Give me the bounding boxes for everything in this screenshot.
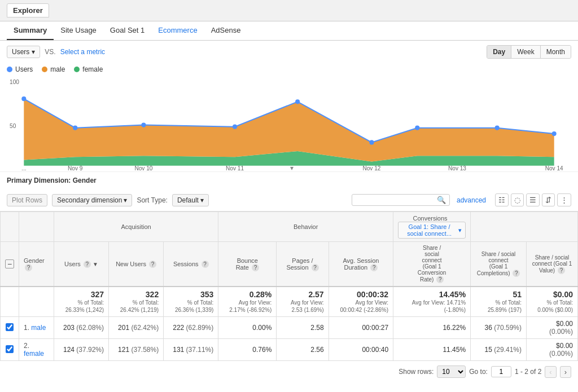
tab-ecommerce[interactable]: Ecommerce bbox=[151, 21, 204, 40]
legend-dot-male bbox=[42, 67, 47, 72]
x-label-1: Nov 9 bbox=[68, 165, 83, 171]
th-conv-rate: Share /socialconnect(Goal 1ConversionRat… bbox=[393, 242, 471, 287]
avg-session-help-icon[interactable]: ? bbox=[370, 264, 378, 271]
total-avg: 00:00:32 Avg for View: 00:00:42 (-22.86%… bbox=[329, 287, 393, 317]
tab-site-usage[interactable]: Site Usage bbox=[54, 21, 103, 40]
goal-value-help-icon[interactable]: ? bbox=[558, 267, 565, 274]
total-pages: 2.57 Avg for View: 2.53 (1.69%) bbox=[277, 287, 329, 317]
row1-avg-val: 00:00:27 bbox=[362, 324, 388, 332]
row2-users-val: 124 bbox=[63, 346, 75, 354]
grid-view-icon[interactable]: ☷ bbox=[495, 193, 509, 206]
total-avg-sub: Avg for View: 00:00:42 (-22.86%) bbox=[334, 299, 388, 314]
row2-conv: 11.45% bbox=[393, 339, 471, 361]
users-help-icon[interactable]: ? bbox=[84, 261, 91, 268]
row1-conv-val: 16.22% bbox=[443, 324, 466, 332]
total-sessions: 353 % of Total: 26.36% (1,339) bbox=[164, 287, 218, 317]
th-check bbox=[1, 212, 19, 242]
row1-label: 1. male bbox=[19, 317, 54, 339]
row2-avg-val: 00:00:40 bbox=[362, 346, 388, 354]
x-label-6: Nov 14 bbox=[545, 165, 563, 171]
total-goal-value-val: $0.00 bbox=[531, 290, 573, 299]
search-input[interactable] bbox=[356, 196, 435, 204]
list-view-icon[interactable]: ☰ bbox=[526, 193, 540, 206]
time-btn-day[interactable]: Day bbox=[487, 46, 511, 58]
secondary-dimension-dropdown[interactable]: Secondary dimension ▾ bbox=[52, 194, 132, 206]
row2-bounce-val: 0.76% bbox=[252, 346, 272, 354]
y-label-100: 100 bbox=[10, 79, 19, 85]
bounce-rate-help-icon[interactable]: ? bbox=[252, 264, 259, 271]
row1-bounce: 0.00% bbox=[218, 317, 277, 339]
plot-rows-button[interactable]: Plot Rows bbox=[7, 194, 47, 206]
legend-dot-female bbox=[74, 67, 80, 72]
primary-dimension-label: Primary Dimension: bbox=[7, 177, 71, 184]
advanced-link[interactable]: advanced bbox=[457, 196, 486, 204]
gender-help-icon[interactable]: ? bbox=[25, 264, 32, 271]
new-users-help-icon[interactable]: ? bbox=[149, 261, 156, 268]
next-page-button[interactable]: › bbox=[560, 366, 571, 378]
chart-controls: Users ▾ VS. Select a metric Day Week Mon… bbox=[0, 41, 578, 63]
th-gender: Gender ? bbox=[19, 242, 54, 287]
row2-new-users-pct: (37.58%) bbox=[131, 346, 159, 354]
users-sort-arrow[interactable]: ▼ bbox=[93, 261, 98, 267]
time-btn-month[interactable]: Month bbox=[541, 46, 571, 58]
select-metric-link[interactable]: Select a metric bbox=[60, 48, 105, 56]
total-users: 327 % of Total: 26.33% (1,242) bbox=[54, 287, 108, 317]
compare-view-icon[interactable]: ⇵ bbox=[542, 193, 555, 206]
page-info: 1 - 2 of 2 bbox=[515, 368, 541, 376]
table-controls: Plot Rows Secondary dimension ▾ Sort Typ… bbox=[0, 189, 578, 212]
row1-check-cell bbox=[1, 317, 19, 339]
tab-summary[interactable]: Summary bbox=[7, 21, 54, 40]
total-new-users-val: 322 bbox=[113, 290, 159, 299]
row1-users: 203 (62.08%) bbox=[54, 317, 108, 339]
row1-new-users: 201 (62.42%) bbox=[109, 317, 164, 339]
col-headers-row: − Gender ? Users ? ▼ New Users ? Session… bbox=[1, 242, 578, 287]
row2-users: 124 (37.92%) bbox=[54, 339, 108, 361]
row1-pages: 2.58 bbox=[277, 317, 329, 339]
row2-goal-value-val: $0.00 bbox=[556, 342, 573, 350]
vs-label: VS. bbox=[45, 48, 55, 56]
table-row: 1. male 203 (62.08%) 201 (62.42%) 222 (6… bbox=[1, 317, 578, 339]
rows-per-page-select[interactable]: 10 25 50 100 bbox=[437, 365, 466, 378]
globe-view-icon[interactable]: ◌ bbox=[511, 193, 524, 206]
sort-type-dropdown[interactable]: Default ▾ bbox=[172, 194, 209, 206]
pivot-view-icon[interactable]: ⋮ bbox=[557, 193, 571, 206]
total-users-val: 327 bbox=[59, 290, 104, 299]
row1-completions: 36 (70.59%) bbox=[471, 317, 527, 339]
total-sessions-val: 353 bbox=[168, 290, 213, 299]
tab-goal-set-1[interactable]: Goal Set 1 bbox=[103, 21, 151, 40]
row1-gender-link[interactable]: male bbox=[31, 324, 46, 332]
total-new-users-sub: % of Total: 26.42% (1,219) bbox=[113, 299, 159, 314]
row2-gender-link[interactable]: female bbox=[24, 350, 44, 358]
th-new-users: New Users ? bbox=[109, 242, 164, 287]
conv-rate-help-icon[interactable]: ? bbox=[436, 276, 444, 283]
y-label-50: 50 bbox=[10, 123, 16, 129]
time-period-buttons: Day Week Month bbox=[487, 45, 571, 59]
total-goal-value: $0.00 % of Total: 0.00% ($0.00) bbox=[526, 287, 577, 317]
row1-avg: 00:00:27 bbox=[329, 317, 393, 339]
row1-conv: 16.22% bbox=[393, 317, 471, 339]
completions-help-icon[interactable]: ? bbox=[513, 270, 520, 277]
pages-session-help-icon[interactable]: ? bbox=[312, 264, 319, 271]
th-goal-value-label: Share / socialconnect (Goal 1Value) bbox=[532, 254, 572, 274]
metric-dropdown[interactable]: Users ▾ bbox=[7, 46, 40, 58]
th-bounce-rate: BounceRate ? bbox=[218, 242, 277, 287]
datapoint-1 bbox=[73, 126, 77, 130]
datapoint-3 bbox=[233, 125, 237, 129]
row1-checkbox[interactable] bbox=[6, 323, 14, 331]
th-pages-session: Pages /Session ? bbox=[277, 242, 329, 287]
prev-page-button[interactable]: ‹ bbox=[545, 366, 556, 378]
goal-dropdown[interactable]: Goal 1: Share / social connect... ▾ bbox=[398, 222, 466, 239]
row2-completions-val: 15 bbox=[485, 346, 492, 354]
legend-users: Users bbox=[7, 65, 33, 73]
minus-toggle[interactable]: − bbox=[5, 259, 14, 268]
time-btn-week[interactable]: Week bbox=[511, 46, 540, 58]
total-completions-sub: % of Total: 25.89% (197) bbox=[475, 299, 522, 314]
tab-adsense[interactable]: AdSense bbox=[204, 21, 248, 40]
th-gender-label: Gender bbox=[24, 257, 45, 264]
sessions-help-icon[interactable]: ? bbox=[202, 261, 209, 268]
row2-checkbox[interactable] bbox=[6, 345, 14, 353]
goto-page-input[interactable] bbox=[491, 366, 511, 377]
primary-dimension-value: Gender bbox=[73, 177, 97, 184]
total-completions: 51 % of Total: 25.89% (197) bbox=[471, 287, 527, 317]
row2-check-cell bbox=[1, 339, 19, 361]
